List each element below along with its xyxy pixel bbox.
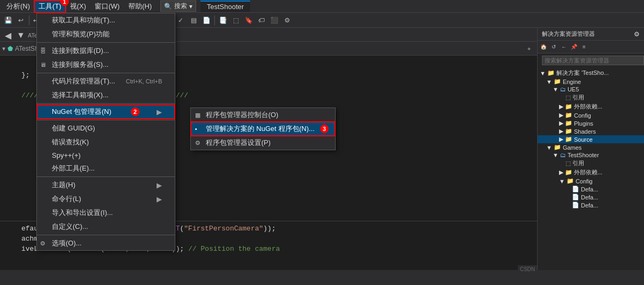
toolbar-save[interactable]: 💾	[2, 14, 14, 26]
tree-label: Plugins	[574, 120, 593, 127]
submenu-package-console[interactable]: ▦ 程序包管理器控制台(O)	[191, 108, 335, 122]
sep-5	[37, 176, 175, 177]
project-icon: 🗂	[560, 86, 566, 93]
tree-item-defa1[interactable]: 📄 Defa...	[538, 185, 644, 193]
solution-toolbar: 🏠 ↺ ← 📌 ≡	[538, 41, 644, 53]
menu-manage-preview[interactable]: 管理和预览(P)功能	[37, 27, 175, 41]
sep-6	[37, 235, 175, 235]
menu-connect-server[interactable]: 🖥 连接到服务器(S)...	[37, 58, 175, 72]
menu-window[interactable]: 窗口(W)	[90, 1, 124, 12]
solution-search[interactable]	[542, 56, 644, 65]
menu-analyze[interactable]: 分析(N)	[2, 1, 34, 12]
expand-icon: ▶	[559, 169, 563, 176]
tree-item-source1[interactable]: ▶ 📁 Source	[538, 135, 644, 143]
expand-icon: ▼	[546, 144, 552, 151]
nav-icon: ⬟	[7, 45, 13, 52]
menu-error-lookup[interactable]: 错误查找(K)	[37, 135, 175, 149]
item-label: NuGet 包管理器(N)	[52, 107, 111, 117]
toolbar-undo[interactable]: ↩	[15, 14, 27, 26]
tree-item-defa2[interactable]: 📄 Defa...	[538, 193, 644, 201]
toolbar-btn-10[interactable]: ▤	[188, 14, 199, 26]
menu-toolbox[interactable]: 选择工具箱项(X)...	[37, 88, 175, 102]
tree-item-games[interactable]: ▼ 📁 Games	[538, 143, 644, 151]
expand-icon: ▼	[553, 152, 558, 158]
gear-icon: ⚙	[195, 140, 200, 147]
toolbar-btn-9[interactable]: ✓	[175, 14, 187, 26]
menu-nuget[interactable]: NuGet 包管理器(N) 2 ▶	[37, 105, 175, 119]
menu-help[interactable]: 帮助(H)	[124, 1, 156, 12]
toolbar-btn-13[interactable]: ⬚	[230, 14, 242, 26]
expand-icon: ▼	[540, 70, 546, 76]
tree-item-config1[interactable]: ▶ 📁 Config	[538, 111, 644, 119]
tree-item-plugins[interactable]: ▶ 📁 Plugins	[538, 119, 644, 127]
toolbar-btn-15[interactable]: 🏷	[255, 14, 267, 26]
sol-expand[interactable]: ≡	[579, 42, 589, 52]
menu-cmdline[interactable]: 命令行(L) ▶	[37, 192, 175, 206]
sol-pin[interactable]: 📌	[569, 42, 579, 52]
tools-badge: 1	[60, 0, 69, 6]
menu-code-snippets[interactable]: 代码片段管理器(T)... Ctrl+K, Ctrl+B	[37, 74, 175, 88]
tree-item-ref2[interactable]: ⬚ 引用	[538, 159, 644, 168]
menu-create-guid[interactable]: 创建 GUID(G)	[37, 121, 175, 135]
nav-expand[interactable]: +	[523, 43, 535, 55]
solution-explorer-header: 解决方案资源管理器 ⚙	[538, 28, 644, 41]
sol-refresh[interactable]: ↺	[549, 42, 558, 52]
search-icon: 🔍	[164, 3, 172, 10]
submenu-manage-nuget[interactable]: ▪ 管理解决方案的 NuGet 程序包(N)... 3	[191, 122, 335, 136]
menu-view[interactable]: 视(X)	[66, 1, 90, 12]
tree-label: Engine	[563, 79, 581, 85]
tree-item-solution[interactable]: ▼ 📁 解决方案 'TestSho...	[538, 68, 644, 78]
right-panel: 解决方案资源管理器 ⚙ 🏠 ↺ ← 📌 ≡ ▼ 📁 解决方案 'TestSho.…	[537, 28, 644, 270]
toolbar-btn-11[interactable]: 📄	[200, 14, 212, 26]
menu-get-tools[interactable]: 获取工具和功能(T)...	[37, 13, 175, 27]
nav-forward[interactable]: ▼	[15, 29, 27, 41]
tree-label: 解决方案 'TestSho...	[556, 69, 609, 77]
menu-theme[interactable]: 主题(H) ▶	[37, 178, 175, 192]
sol-back[interactable]: ←	[559, 42, 569, 52]
item-label: 自定义(C)...	[52, 222, 88, 232]
tree-item-engine[interactable]: ▼ 📁 Engine	[538, 78, 644, 86]
sep-4	[37, 120, 175, 120]
folder-icon: 📁	[565, 169, 572, 176]
search-box[interactable]: 🔍 搜索 ▾	[160, 1, 196, 12]
menu-customize[interactable]: 自定义(C)...	[37, 220, 175, 234]
nav-arrow: ▾	[2, 45, 5, 52]
menu-tools[interactable]: 工具(T) 1	[34, 1, 66, 12]
tree-item-shaders[interactable]: ▶ 📁 Shaders	[538, 127, 644, 135]
tree-label: 外部依赖...	[574, 103, 602, 111]
solution-icon: 📁	[547, 70, 555, 76]
nav-back[interactable]: ◀	[2, 29, 14, 41]
menu-connect-db[interactable]: 🗄 连接到数据库(D)...	[37, 44, 175, 58]
folder-icon: 📁	[554, 144, 561, 151]
toolbar-settings[interactable]: ⚙	[281, 14, 293, 26]
tree-item-defa3[interactable]: 📄 Defa...	[538, 201, 644, 209]
tree-item-extdep2[interactable]: ▶ 📁 外部依赖...	[538, 168, 644, 177]
toolbar-btn-14[interactable]: 🔖	[243, 14, 254, 26]
tree-item-ue5[interactable]: ▼ 🗂 UE5	[538, 86, 644, 93]
item-label: 连接到服务器(S)...	[52, 60, 108, 70]
folder-icon: 📁	[565, 120, 572, 127]
header-settings[interactable]: ⚙	[634, 30, 640, 38]
menu-external-tools[interactable]: 外部工具(E)...	[37, 161, 175, 175]
toolbar-sep-1	[29, 16, 29, 25]
tree-item-ref1[interactable]: ⬚ 引用	[538, 93, 644, 102]
sol-home[interactable]: 🏠	[539, 42, 548, 52]
toolbar-btn-12[interactable]: 📑	[217, 14, 229, 26]
file-icon: 📄	[572, 194, 579, 201]
tree-item-testshooter[interactable]: ▼ 🗂 TestShooter	[538, 151, 644, 159]
tree-label: Defa...	[581, 202, 598, 209]
tree-item-extdep1[interactable]: ▶ 📁 外部依赖...	[538, 102, 644, 111]
app-tab[interactable]: TestShooter	[200, 1, 250, 12]
expand-icon: ▶	[559, 128, 563, 135]
menu-options[interactable]: ⚙ 选项(O)...	[37, 236, 175, 250]
expand-icon: ▶	[559, 103, 563, 110]
tree-item-config2[interactable]: ▼ 📁 Config	[538, 177, 644, 185]
toolbar-btn-16[interactable]: ⬛	[268, 14, 280, 26]
menu-import-export[interactable]: 导入和导出设置(I)...	[37, 206, 175, 220]
item-label: 导入和导出设置(I)...	[52, 208, 113, 218]
folder-icon: 📁	[565, 112, 572, 119]
item-label: 管理和预览(P)功能	[52, 29, 110, 39]
menu-spy[interactable]: Spy++(+)	[37, 149, 175, 161]
item-label: 获取工具和功能(T)...	[52, 16, 115, 25]
submenu-package-settings[interactable]: ⚙ 程序包管理器设置(P)	[191, 136, 335, 150]
